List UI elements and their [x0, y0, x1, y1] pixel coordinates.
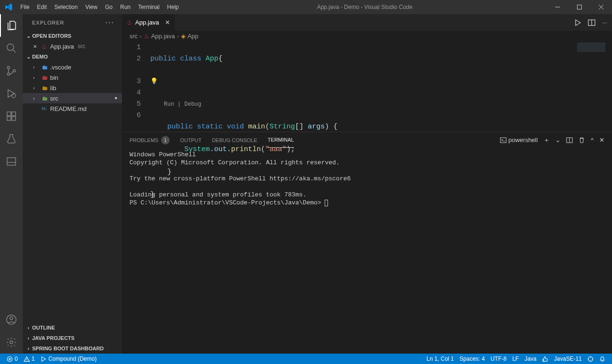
- type-system: System: [184, 145, 210, 153]
- menu-run[interactable]: Run: [116, 0, 134, 14]
- status-errors[interactable]: 0: [4, 354, 21, 364]
- open-editor-dir: src: [78, 43, 86, 50]
- kw-class: class: [180, 55, 201, 63]
- kw-static: static: [197, 123, 223, 131]
- tree-label: src: [50, 95, 58, 102]
- breadcrumbs[interactable]: src › ♨ App.java › ◈ App: [122, 31, 612, 41]
- type-string: String: [269, 123, 295, 131]
- menu-view[interactable]: View: [81, 0, 101, 14]
- tab-label: App.java: [135, 19, 159, 26]
- svg-rect-0: [578, 5, 582, 9]
- chevron-right-icon: ›: [177, 33, 179, 40]
- chevron-right-icon: ›: [33, 65, 39, 70]
- activity-panel-icon[interactable]: [0, 150, 23, 173]
- status-bar: 0 1 Compound (Demo) Ln 1, Col 1 Spaces: …: [0, 354, 612, 364]
- title-bar: File Edit Selection View Go Run Terminal…: [0, 0, 612, 14]
- open-editors-header[interactable]: ⌄ OPEN EDITORS: [23, 31, 122, 41]
- folder-bin[interactable]: › 🖿 bin: [23, 72, 122, 83]
- code-content[interactable]: public class App{ 💡 Run | Debug public s…: [150, 41, 612, 132]
- codelens-run-debug[interactable]: Run | Debug: [164, 101, 201, 108]
- svg-point-3: [8, 73, 10, 76]
- spring-boot-header[interactable]: › SPRING BOOT DASHBOARD: [23, 343, 122, 354]
- svg-rect-8: [12, 117, 16, 120]
- activity-extensions-icon[interactable]: [0, 105, 23, 127]
- status-debug-config[interactable]: Compound (Demo): [37, 354, 99, 364]
- menu-selection[interactable]: Selection: [51, 0, 81, 14]
- line-number: 4: [122, 87, 141, 99]
- java-projects-header[interactable]: › JAVA PROJECTS: [23, 333, 122, 343]
- status-feedback-icon[interactable]: [585, 354, 596, 364]
- status-jdk[interactable]: JavaSE-11: [551, 354, 585, 364]
- status-cursor[interactable]: Ln 1, Col 1: [424, 354, 457, 364]
- status-bell-icon[interactable]: [596, 354, 608, 364]
- spring-boot-label: SPRING BOOT DASHBOARD: [32, 346, 104, 351]
- code-editor[interactable]: 1 2 3 4 5 6 public class App{ 💡 Run | De…: [122, 41, 612, 132]
- menu-help[interactable]: Help: [164, 0, 183, 14]
- breadcrumb-src[interactable]: src: [129, 33, 138, 40]
- kw-public: public: [167, 123, 193, 131]
- java-file-icon: ♨: [144, 33, 149, 40]
- status-thumbs-up-icon[interactable]: [539, 354, 551, 364]
- file-readme[interactable]: M↓ README.md: [23, 103, 122, 114]
- status-spaces[interactable]: Spaces: 4: [457, 354, 488, 364]
- activity-explorer-icon[interactable]: [0, 14, 23, 37]
- line-gutter: 1 2 3 4 5 6: [122, 41, 150, 132]
- breadcrumb-file[interactable]: App.java: [151, 33, 175, 40]
- svg-rect-7: [7, 117, 11, 120]
- status-language[interactable]: Java: [522, 354, 539, 364]
- debug-config-label: Compound (Demo): [48, 356, 96, 362]
- window-close-button[interactable]: [590, 0, 612, 14]
- workspace-header[interactable]: ⌄ DEMO: [23, 51, 122, 62]
- svg-point-1: [7, 44, 14, 51]
- class-icon: ◈: [181, 33, 186, 40]
- explorer-title-label: EXPLORER: [32, 20, 64, 25]
- window-maximize-button[interactable]: [569, 0, 590, 14]
- activity-search-icon[interactable]: [0, 37, 23, 59]
- chevron-right-icon: ›: [25, 325, 32, 330]
- chevron-right-icon: ›: [25, 346, 32, 351]
- java-projects-label: JAVA PROJECTS: [32, 335, 75, 341]
- activity-testing-icon[interactable]: [0, 127, 23, 150]
- outline-header[interactable]: › OUTLINE: [23, 322, 122, 333]
- chevron-right-icon: ›: [33, 85, 39, 91]
- run-icon[interactable]: [574, 19, 581, 26]
- folder-lib[interactable]: › 🖿 lib: [23, 83, 122, 93]
- tab-app-java[interactable]: ♨ App.java ✕: [122, 14, 175, 31]
- menu-go[interactable]: Go: [101, 0, 116, 14]
- tree-label: bin: [50, 74, 58, 81]
- activity-run-debug-icon[interactable]: [0, 82, 23, 105]
- status-eol[interactable]: LF: [509, 354, 522, 364]
- folder-icon: 🖿: [41, 64, 48, 71]
- window-minimize-button[interactable]: [547, 0, 569, 14]
- chevron-right-icon: ›: [25, 335, 32, 341]
- explorer-more-icon[interactable]: ···: [105, 18, 114, 27]
- chevron-down-icon: ⌄: [25, 54, 32, 60]
- open-editor-item[interactable]: ✕ ♨ App.java src: [23, 41, 122, 51]
- menu-terminal[interactable]: Terminal: [134, 0, 163, 14]
- menu-edit[interactable]: Edit: [33, 0, 51, 14]
- svg-rect-9: [12, 112, 16, 116]
- lightbulb-icon[interactable]: 💡: [150, 78, 158, 85]
- menu-file[interactable]: File: [17, 0, 33, 14]
- folder-vscode[interactable]: › 🖿 .vscode: [23, 62, 122, 72]
- folder-src[interactable]: › 🖿 src •: [23, 93, 122, 103]
- java-file-icon: ♨: [41, 43, 48, 50]
- activity-accounts-icon[interactable]: [0, 308, 23, 331]
- close-icon[interactable]: ✕: [165, 19, 170, 26]
- activity-source-control-icon[interactable]: [0, 59, 23, 82]
- close-icon[interactable]: ✕: [33, 44, 39, 49]
- line-number: 3: [122, 76, 141, 87]
- more-icon[interactable]: ···: [602, 19, 607, 26]
- str-aaa: "aaa": [265, 145, 286, 153]
- split-editor-icon[interactable]: [588, 19, 595, 26]
- status-encoding[interactable]: UTF-8: [488, 354, 509, 364]
- svg-point-5: [12, 94, 16, 98]
- var-args: args: [308, 123, 325, 131]
- scrollbar-vertical[interactable]: [605, 41, 612, 132]
- minimap[interactable]: [572, 41, 605, 132]
- breadcrumb-symbol[interactable]: App: [188, 33, 198, 40]
- status-warnings[interactable]: 1: [21, 354, 38, 364]
- line-number: 1: [122, 42, 141, 53]
- activity-settings-icon[interactable]: [0, 331, 23, 354]
- line-number: 2: [122, 53, 141, 65]
